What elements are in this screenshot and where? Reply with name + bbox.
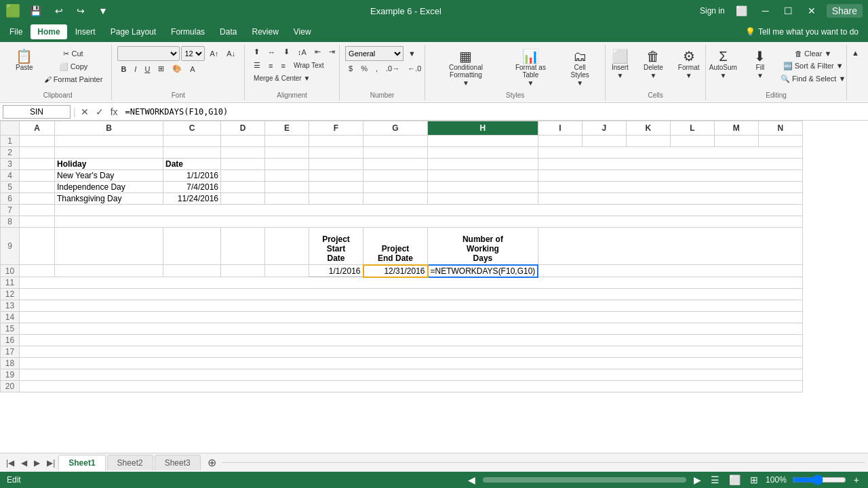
cell-E2[interactable] <box>265 147 309 159</box>
cell-J1[interactable] <box>582 136 626 147</box>
sheet-nav-next[interactable]: ▶ <box>31 457 43 469</box>
cell-E9[interactable] <box>265 228 309 265</box>
cell-A4[interactable] <box>20 170 55 182</box>
col-header-J[interactable]: J <box>582 121 626 136</box>
cell-A14[interactable] <box>20 312 803 323</box>
align-middle-button[interactable]: ↔ <box>264 47 279 58</box>
quick-save-button[interactable]: 💾 <box>26 4 45 18</box>
cell-H6[interactable] <box>428 193 538 205</box>
cell-A3[interactable] <box>20 159 55 170</box>
row-num-1[interactable]: 1 <box>1 136 20 147</box>
menu-page-layout[interactable]: Page Layout <box>104 24 163 39</box>
comma-button[interactable]: , <box>372 63 381 74</box>
scroll-bar[interactable] <box>483 477 686 483</box>
cell-D4[interactable] <box>221 170 265 182</box>
row-num-5[interactable]: 5 <box>1 182 20 193</box>
share-button[interactable]: Share <box>827 4 863 18</box>
border-button[interactable]: ⊞ <box>155 63 167 75</box>
align-top-button[interactable]: ⬆ <box>250 46 263 58</box>
cell-F10[interactable]: 1/1/2016 <box>309 265 363 277</box>
format-button[interactable]: ⚙ Format ▼ <box>672 46 706 87</box>
cell-A5[interactable] <box>20 182 55 193</box>
normal-view-button[interactable]: ☰ <box>709 474 722 485</box>
sheet-nav-last[interactable]: ▶| <box>43 457 58 469</box>
format-as-table-button[interactable]: 📊 Format as Table ▼ <box>504 46 557 90</box>
cell-K1[interactable] <box>626 136 670 147</box>
align-center-button[interactable]: ≡ <box>265 60 276 71</box>
cell-A7[interactable] <box>20 205 55 216</box>
cell-styles-button[interactable]: 🗂 Cell Styles ▼ <box>560 46 599 90</box>
undo-button[interactable]: ↩ <box>51 4 67 18</box>
cell-G4[interactable] <box>363 170 428 182</box>
formula-function-button[interactable]: fx <box>108 106 120 117</box>
clear-button[interactable]: 🗑 Clear ▼ <box>777 48 849 59</box>
decrease-font-button[interactable]: A↓ <box>223 48 239 59</box>
cell-F5[interactable] <box>309 182 363 193</box>
row-num-9[interactable]: 9 <box>1 228 20 265</box>
bold-button[interactable]: B <box>117 64 130 75</box>
cell-B7[interactable] <box>55 205 803 216</box>
page-layout-view-button[interactable]: ⬜ <box>727 474 743 485</box>
cell-C3[interactable]: Date <box>163 159 221 170</box>
cell-E5[interactable] <box>265 182 309 193</box>
col-header-M[interactable]: M <box>714 121 758 136</box>
row-num-18[interactable]: 18 <box>1 358 20 369</box>
cell-B8[interactable] <box>55 216 803 228</box>
ribbon-collapse-button[interactable]: ▲ <box>848 47 863 58</box>
align-left-button[interactable]: ☰ <box>250 60 264 71</box>
sheet-nav-prev[interactable]: ◀ <box>18 457 31 469</box>
cell-A6[interactable] <box>20 193 55 205</box>
tell-me-input[interactable]: 💡 Tell me what you want to do <box>738 24 865 39</box>
row-num-6[interactable]: 6 <box>1 193 20 205</box>
grid-container[interactable]: A B C D E F G H I J K L M N <box>0 121 868 453</box>
cell-F1[interactable] <box>309 136 363 147</box>
row-num-3[interactable]: 3 <box>1 159 20 170</box>
font-color-button[interactable]: A <box>186 64 198 75</box>
sign-in-label[interactable]: Sign in <box>700 6 725 16</box>
cell-G5[interactable] <box>363 182 428 193</box>
row-num-12[interactable]: 12 <box>1 289 20 300</box>
cut-button[interactable]: ✂ Cut <box>41 48 106 60</box>
cell-I6[interactable] <box>538 193 802 205</box>
decimal-increase-button[interactable]: .0→ <box>382 63 403 74</box>
number-format-select[interactable]: General <box>345 46 403 61</box>
formula-cancel-button[interactable]: ✕ <box>79 106 91 117</box>
cell-D6[interactable] <box>221 193 265 205</box>
col-header-E[interactable]: E <box>265 121 309 136</box>
col-header-I[interactable]: I <box>538 121 582 136</box>
col-header-N[interactable]: N <box>758 121 802 136</box>
row-num-20[interactable]: 20 <box>1 381 20 392</box>
cell-A2[interactable] <box>20 147 55 159</box>
row-num-7[interactable]: 7 <box>1 205 20 216</box>
menu-home[interactable]: Home <box>31 24 66 39</box>
row-num-14[interactable]: 14 <box>1 312 20 323</box>
cell-A13[interactable] <box>20 300 803 312</box>
fill-button[interactable]: ⬇ Fill ▼ <box>746 46 774 87</box>
maximize-button[interactable]: ☐ <box>780 4 797 18</box>
cell-H3[interactable] <box>428 159 538 170</box>
paste-button[interactable]: 📋 Paste <box>9 46 39 87</box>
row-num-10[interactable]: 10 <box>1 265 20 277</box>
cell-H5[interactable] <box>428 182 538 193</box>
merge-center-button[interactable]: Merge & Center ▼ <box>250 73 313 83</box>
col-header-D[interactable]: D <box>221 121 265 136</box>
cell-L1[interactable] <box>670 136 714 147</box>
autosum-button[interactable]: Σ AutoSum ▼ <box>703 46 743 87</box>
zoom-slider[interactable] <box>792 474 846 485</box>
text-direction-button[interactable]: ↕A <box>294 47 310 58</box>
cell-A18[interactable] <box>20 358 803 369</box>
formula-input[interactable] <box>123 107 865 117</box>
sheet-nav-first[interactable]: |◀ <box>3 457 18 469</box>
col-header-C[interactable]: C <box>163 121 221 136</box>
font-name-select[interactable] <box>117 46 180 61</box>
cell-G6[interactable] <box>363 193 428 205</box>
scroll-left-button[interactable]: ◀ <box>466 474 477 485</box>
font-size-select[interactable]: 12 <box>181 46 205 61</box>
row-num-11[interactable]: 11 <box>1 277 20 289</box>
cell-G9[interactable]: ProjectEnd Date <box>363 228 428 265</box>
col-header-B[interactable]: B <box>55 121 163 136</box>
row-num-15[interactable]: 15 <box>1 323 20 335</box>
cell-F6[interactable] <box>309 193 363 205</box>
align-right-button[interactable]: ≡ <box>278 60 289 71</box>
cell-N1[interactable] <box>758 136 802 147</box>
